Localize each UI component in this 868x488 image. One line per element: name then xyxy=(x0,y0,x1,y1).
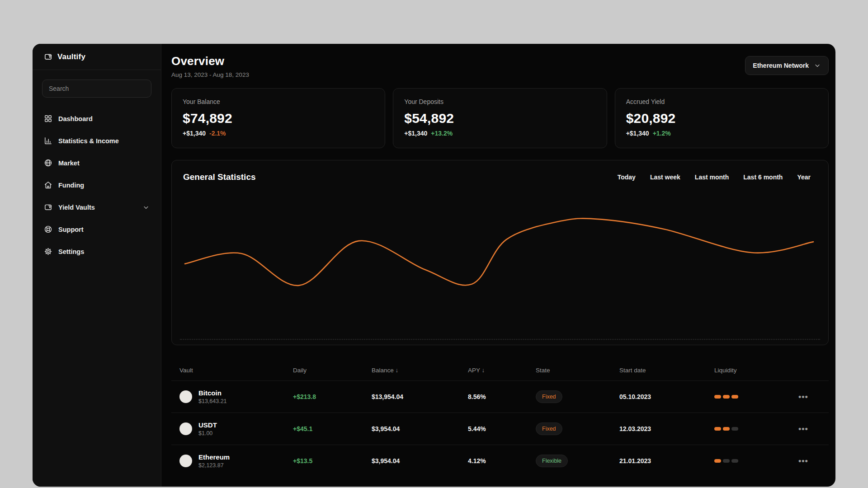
stat-card-change: +$1,340-2.1% xyxy=(183,130,374,137)
stat-change-amount: +$1,340 xyxy=(626,130,649,137)
start-date-value: 21.01.2023 xyxy=(619,457,714,465)
liquidity-indicator xyxy=(714,459,798,463)
vault-name-price: Ethereum$2,123.87 xyxy=(198,453,230,469)
column-header-liquidity: Liquidity xyxy=(714,367,798,374)
sidebar: Vaultify DashboardStatistics & IncomeMar… xyxy=(33,44,161,487)
sidebar-item-yield-vaults[interactable]: Yield Vaults xyxy=(38,196,155,218)
stat-card-label: Your Deposits xyxy=(404,98,595,105)
vault-price: $13,643.21 xyxy=(198,398,227,404)
apy-value: 8.56% xyxy=(468,393,536,400)
stat-card-change: +$1,340+1.2% xyxy=(626,130,817,137)
vault-name: USDT xyxy=(198,421,217,429)
wallet-icon xyxy=(44,203,52,211)
stat-card-change: +$1,340+13.2% xyxy=(404,130,595,137)
sidebar-item-label: Dashboard xyxy=(58,115,93,122)
dashboard-icon xyxy=(44,114,52,123)
app-name: Vaultify xyxy=(57,52,85,61)
row-menu-button[interactable]: ••• xyxy=(798,395,829,399)
chart-line-series xyxy=(185,218,813,286)
stat-card-value: $74,892 xyxy=(183,111,374,126)
page-title: Overview xyxy=(171,54,829,68)
liquidity-pill xyxy=(731,395,738,399)
row-menu-button[interactable]: ••• xyxy=(798,459,829,463)
vault-name: Bitcoin xyxy=(198,389,227,397)
liquidity-indicator xyxy=(714,427,798,431)
vaults-table: VaultDailyBalance ↓APY ↓StateStart dateL… xyxy=(171,363,829,477)
table-row-usdt[interactable]: USDT$1.00+$45.1$3,954.045.44%Fixed12.03.… xyxy=(171,413,829,445)
balance-value: $3,954.04 xyxy=(372,457,468,465)
stat-card-value: $20,892 xyxy=(626,111,817,126)
chevron-down-icon xyxy=(814,62,821,69)
globe-icon xyxy=(44,159,52,167)
sidebar-item-label: Market xyxy=(58,160,80,167)
sidebar-item-settings[interactable]: Settings xyxy=(38,240,155,263)
daily-value: +$45.1 xyxy=(293,425,372,432)
sidebar-item-support[interactable]: Support xyxy=(38,218,155,240)
start-date-value: 05.10.2023 xyxy=(619,393,714,400)
vault-cell: Bitcoin$13,643.21 xyxy=(179,389,293,404)
liquidity-pill xyxy=(714,395,721,399)
sidebar-item-dashboard[interactable]: Dashboard xyxy=(38,108,155,130)
liquidity-pill xyxy=(714,459,721,463)
liquidity-pill xyxy=(714,427,721,431)
stat-change-amount: +$1,340 xyxy=(404,130,427,137)
column-header-apy[interactable]: APY ↓ xyxy=(468,367,536,374)
network-selector-button[interactable]: Ethereum Network xyxy=(745,56,829,75)
state-badge: Fixed xyxy=(536,390,562,403)
stat-card-accrued-yield: Accrued Yield$20,892+$1,340+1.2% xyxy=(615,88,829,148)
sidebar-item-label: Settings xyxy=(58,248,84,255)
column-header-vault: Vault xyxy=(179,367,293,374)
stat-change-percent: +13.2% xyxy=(431,130,453,137)
usdt-coin-icon xyxy=(179,422,192,435)
state-cell: Fixed xyxy=(536,390,619,403)
balance-value: $3,954.04 xyxy=(372,425,468,432)
start-date-value: 12.03.2023 xyxy=(619,425,714,432)
state-badge: Fixed xyxy=(536,422,562,435)
sidebar-item-market[interactable]: Market xyxy=(38,152,155,174)
state-cell: Flexible xyxy=(536,455,619,467)
daily-value: +$213.8 xyxy=(293,393,372,400)
bitcoin-coin-icon xyxy=(179,390,192,403)
general-statistics-card: General Statistics TodayLast weekLast mo… xyxy=(171,160,829,345)
network-selector-label: Ethereum Network xyxy=(753,62,809,69)
sidebar-item-statistics-income[interactable]: Statistics & Income xyxy=(38,130,155,152)
table-row-ethereum[interactable]: Ethereum$2,123.87+$13.5$3,954.044.12%Fle… xyxy=(171,445,829,477)
lifebuoy-icon xyxy=(44,225,52,234)
gear-icon xyxy=(44,247,52,256)
sidebar-item-funding[interactable]: Funding xyxy=(38,174,155,196)
apy-value: 4.12% xyxy=(468,457,536,465)
daily-value: +$13.5 xyxy=(293,457,372,465)
vault-name-price: USDT$1.00 xyxy=(198,421,217,436)
stat-card-label: Accrued Yield xyxy=(626,98,817,105)
column-header-balance[interactable]: Balance ↓ xyxy=(372,367,468,374)
row-menu-button[interactable]: ••• xyxy=(798,427,829,431)
sidebar-item-label: Yield Vaults xyxy=(58,204,95,211)
column-header-daily: Daily xyxy=(293,367,372,374)
table-header-row: VaultDailyBalance ↓APY ↓StateStart dateL… xyxy=(171,363,829,377)
vault-name: Ethereum xyxy=(198,453,230,461)
liquidity-indicator xyxy=(714,395,798,399)
statistics-icon xyxy=(44,136,52,145)
vault-price: $1.00 xyxy=(198,430,217,436)
stat-cards-row: Your Balance$74,892+$1,340-2.1%Your Depo… xyxy=(171,88,829,148)
stat-card-label: Your Balance xyxy=(183,98,374,105)
stat-card-your-deposits: Your Deposits$54,892+$1,340+13.2% xyxy=(393,88,607,148)
vault-cell: Ethereum$2,123.87 xyxy=(179,453,293,469)
state-cell: Fixed xyxy=(536,422,619,435)
home-icon xyxy=(44,181,52,189)
app-window: Vaultify DashboardStatistics & IncomeMar… xyxy=(33,44,835,487)
search-input[interactable] xyxy=(42,80,151,98)
chart-baseline xyxy=(180,339,820,340)
column-header-state: State xyxy=(536,367,619,374)
table-row-bitcoin[interactable]: Bitcoin$13,643.21+$213.8$13,954.048.56%F… xyxy=(171,380,829,413)
app-logo: Vaultify xyxy=(33,44,161,70)
sidebar-nav: DashboardStatistics & IncomeMarketFundin… xyxy=(33,102,161,268)
sidebar-item-label: Support xyxy=(58,226,84,233)
liquidity-pill xyxy=(723,459,730,463)
liquidity-pill xyxy=(723,427,730,431)
sidebar-item-label: Funding xyxy=(58,182,84,189)
statistics-line-chart xyxy=(172,160,828,345)
date-range: Aug 13, 2023 - Aug 18, 2023 xyxy=(171,71,829,78)
ethereum-coin-icon xyxy=(179,455,192,467)
main-content: Overview Aug 13, 2023 - Aug 18, 2023 Eth… xyxy=(161,44,835,487)
